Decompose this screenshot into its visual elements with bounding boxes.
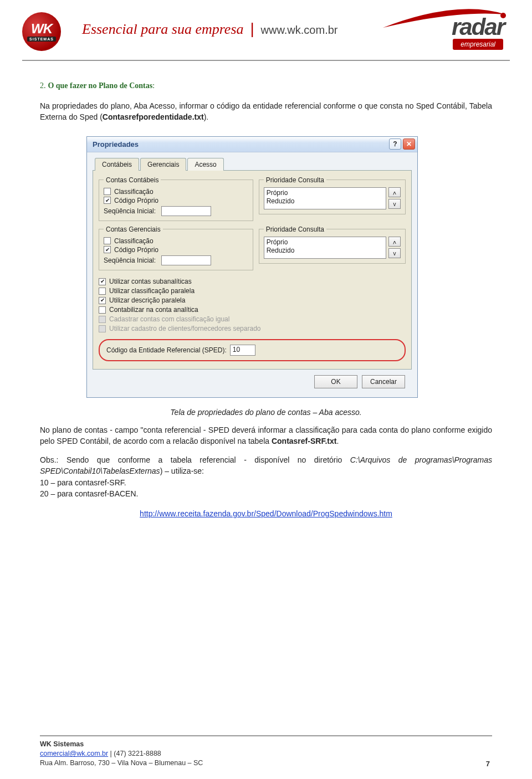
intro-paragraph: Na propriedades do plano, Aba Acesso, in… [40, 100, 492, 123]
para2-a: No plano de contas - campo "conta refere… [40, 426, 492, 445]
para2-b: Contasref-SRF.txt [272, 437, 336, 445]
obs-line-2: 20 – para contasref-BACEN. [40, 489, 138, 498]
obs-line-1: 10 – para contasref-SRF. [40, 478, 126, 487]
label-cg-codigo: Código Próprio [114, 246, 158, 254]
label-cc-seq: Seqüência Inicial: [104, 207, 156, 215]
tab-acesso[interactable]: Acesso [187, 158, 223, 171]
legend-contas-gerenciais: Contas Gerenciais [104, 226, 163, 233]
list-item[interactable]: Reduzido [267, 197, 383, 206]
move-up-button[interactable]: ʌ [388, 187, 401, 197]
group-contas-gerenciais: Contas Gerenciais Classificação Código P… [99, 226, 253, 270]
list-item[interactable]: Próprio [267, 189, 383, 198]
ok-button[interactable]: OK [314, 375, 357, 388]
footer-address: Rua Alm. Barroso, 730 – Vila Nova – Blum… [40, 758, 203, 768]
legend-prioridade-2: Prioridade Consulta [264, 226, 326, 233]
section-number: 2. [40, 81, 46, 90]
tab-row: Contábeis Gerenciais Acesso [93, 158, 412, 171]
section-heading: 2. O que fazer no Plano de Contas: [40, 81, 492, 90]
legend-prioridade-1: Prioridade Consulta [264, 176, 326, 184]
section-colon: : [152, 81, 155, 90]
move-down-button[interactable]: v [388, 248, 401, 258]
tab-panel-acesso: Contas Contábeis Classificação Código Pr… [93, 170, 412, 370]
radar-sub: empresarial [453, 39, 503, 50]
paragraph-2: No plano de contas - campo "conta refere… [40, 424, 492, 447]
tagline-divider: | [250, 20, 254, 38]
obs-b: ) – utiliza-se: [160, 467, 204, 475]
label-cc-classificacao: Classificação [114, 188, 154, 196]
page-number: 7 [486, 760, 492, 768]
tab-gerenciais[interactable]: Gerenciais [140, 158, 186, 171]
label-cg-seq: Seqüência Inicial: [104, 257, 156, 264]
checkbox-cg-codigo[interactable] [104, 246, 111, 253]
content: 2. O que fazer no Plano de Contas: Na pr… [0, 61, 532, 518]
group-contas-contabeis: Contas Contábeis Classificação Código Pr… [99, 176, 253, 221]
cancel-button[interactable]: Cancelar [362, 375, 405, 388]
checkbox-opt-0[interactable] [99, 278, 106, 285]
footer-phone: | (47) 3221-8888 [108, 750, 161, 757]
dialog-window: Propriedades ? ✕ Contábeis Gerenciais Ac… [86, 136, 418, 398]
input-cc-seq[interactable] [161, 206, 211, 216]
sped-label: Código da Entidade Referencial (SPED): [106, 346, 227, 354]
label-opt-0: Utilizar contas subanalíticas [109, 278, 192, 285]
obs-paragraph: Obs.: Sendo que conforme a tabela refere… [40, 454, 492, 499]
tagline-text: Essencial para sua empresa [82, 21, 244, 37]
checkbox-opt-3[interactable] [99, 306, 106, 314]
tab-contabeis[interactable]: Contábeis [95, 158, 139, 171]
label-opt-5: Utilizar cadastro de clientes/fornecedor… [109, 325, 260, 332]
footer-left: WK Sistemas comercial@wk.com.br | (47) 3… [40, 740, 203, 768]
checkbox-cc-codigo[interactable] [104, 197, 111, 204]
site-url: www.wk.com.br [261, 24, 338, 36]
label-opt-1: Utilizar classificação paralela [109, 287, 195, 295]
input-cg-seq[interactable] [161, 255, 211, 265]
svg-point-0 [500, 13, 506, 18]
label-cg-classificacao: Classificação [114, 237, 154, 245]
footer-email[interactable]: comercial@wk.com.br [40, 750, 108, 757]
wk-logo-sub: SISTEMAS [27, 37, 56, 42]
dialog-body: Contábeis Gerenciais Acesso Contas Contá… [87, 152, 417, 397]
dialog-screenshot: Propriedades ? ✕ Contábeis Gerenciais Ac… [86, 136, 418, 398]
checkbox-opt-5 [99, 325, 106, 332]
options-list: Utilizar contas subanalíticas Utilizar c… [99, 277, 406, 334]
sped-input[interactable]: 10 [230, 345, 255, 356]
list-item[interactable]: Próprio [267, 238, 383, 247]
checkbox-opt-4 [99, 316, 106, 323]
figure-caption: Tela de propriedades do plano de contas … [40, 408, 492, 417]
wk-logo: WK SISTEMAS [22, 12, 72, 51]
wk-logo-circle: WK SISTEMAS [22, 12, 61, 51]
checkbox-opt-2[interactable] [99, 297, 106, 304]
wk-logo-text: WK [31, 22, 52, 35]
checkbox-cc-classificacao[interactable] [104, 188, 111, 195]
dialog-footer: OK Cancelar [93, 370, 412, 391]
legend-contas-contabeis: Contas Contábeis [104, 176, 161, 184]
checkbox-cg-classificacao[interactable] [104, 237, 111, 244]
close-button[interactable]: ✕ [403, 139, 415, 150]
listbox-prioridade-2[interactable]: Próprio Reduzido [264, 237, 386, 259]
group-prioridade-2: Prioridade Consulta Próprio Reduzido ʌ v [259, 226, 406, 264]
dialog-title: Propriedades [93, 140, 387, 148]
radar-logo: radar empresarial [366, 12, 510, 50]
checkbox-opt-1[interactable] [99, 288, 106, 295]
label-opt-4: Cadastrar contas com classificação igual [109, 315, 229, 323]
page-header: WK SISTEMAS Essencial para sua empresa |… [0, 0, 532, 57]
para2-c: . [336, 437, 339, 445]
list-item[interactable]: Reduzido [267, 247, 383, 255]
help-button[interactable]: ? [389, 139, 401, 150]
sped-highlight: Código da Entidade Referencial (SPED): 1… [99, 339, 406, 361]
listbox-prioridade-1[interactable]: Próprio Reduzido [264, 187, 386, 209]
link-paragraph: http://www.receita.fazenda.gov.br/Sped/D… [40, 509, 492, 518]
move-up-button[interactable]: ʌ [388, 237, 401, 247]
footer-company: WK Sistemas [40, 740, 203, 749]
download-link[interactable]: http://www.receita.fazenda.gov.br/Sped/D… [140, 509, 392, 518]
move-down-button[interactable]: v [388, 199, 401, 209]
tagline-wrap: Essencial para sua empresa | www.wk.com.… [82, 12, 356, 38]
radar-swoosh-icon [380, 9, 508, 31]
label-opt-2: Utilizar descrição paralela [109, 296, 185, 304]
group-prioridade-1: Prioridade Consulta Próprio Reduzido ʌ v [259, 176, 406, 214]
section-title: O que fazer no Plano de Contas [48, 81, 152, 90]
obs-a: Obs.: Sendo que conforme a tabela refere… [40, 455, 350, 464]
page-footer: WK Sistemas comercial@wk.com.br | (47) 3… [40, 735, 492, 768]
intro-bold: Contasrefporedentidade.txt [103, 112, 204, 121]
dialog-titlebar: Propriedades ? ✕ [87, 137, 417, 152]
intro-end: ). [204, 112, 209, 121]
label-cc-codigo: Código Próprio [114, 197, 158, 204]
